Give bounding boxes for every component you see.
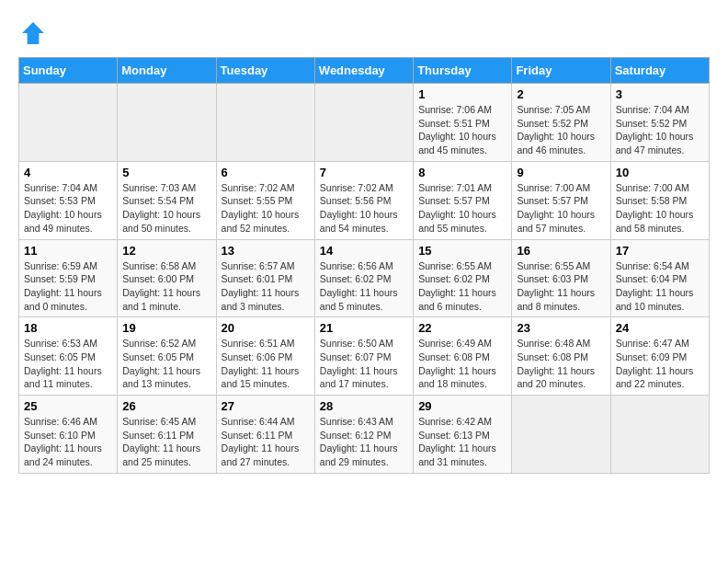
calendar-cell: 3Sunrise: 7:04 AM Sunset: 5:52 PM Daylig… [610, 84, 709, 162]
calendar-cell: 6Sunrise: 7:02 AM Sunset: 5:55 PM Daylig… [216, 161, 314, 239]
day-info: Sunrise: 6:52 AM Sunset: 6:05 PM Dayligh… [122, 337, 210, 391]
day-info: Sunrise: 6:43 AM Sunset: 6:12 PM Dayligh… [320, 415, 408, 469]
day-number: 5 [122, 166, 210, 179]
calendar-cell: 12Sunrise: 6:58 AM Sunset: 6:00 PM Dayli… [118, 239, 216, 317]
day-number: 15 [418, 244, 506, 258]
day-number: 2 [517, 87, 605, 101]
day-info: Sunrise: 6:59 AM Sunset: 5:59 PM Dayligh… [24, 259, 112, 314]
day-info: Sunrise: 7:02 AM Sunset: 5:55 PM Dayligh… [222, 181, 310, 236]
header-sunday: Sunday [19, 58, 118, 84]
header-tuesday: Tuesday [216, 58, 314, 84]
day-info: Sunrise: 7:04 AM Sunset: 5:52 PM Dayligh… [616, 103, 704, 157]
header-monday: Monday [118, 58, 216, 84]
calendar-cell: 18Sunrise: 6:53 AM Sunset: 6:05 PM Dayli… [19, 317, 118, 396]
day-number: 12 [122, 244, 210, 258]
header-thursday: Thursday [414, 58, 512, 84]
calendar-cell: 9Sunrise: 7:00 AM Sunset: 5:57 PM Daylig… [512, 161, 610, 239]
day-number: 4 [24, 166, 112, 179]
day-info: Sunrise: 6:46 AM Sunset: 6:10 PM Dayligh… [24, 415, 112, 469]
calendar-cell: 14Sunrise: 6:56 AM Sunset: 6:02 PM Dayli… [314, 239, 413, 317]
calendar-week-row: 4Sunrise: 7:04 AM Sunset: 5:53 PM Daylig… [19, 161, 710, 239]
day-info: Sunrise: 6:58 AM Sunset: 6:00 PM Dayligh… [122, 259, 210, 314]
day-info: Sunrise: 6:49 AM Sunset: 6:08 PM Dayligh… [418, 337, 506, 391]
calendar-cell: 10Sunrise: 7:00 AM Sunset: 5:58 PM Dayli… [610, 161, 709, 239]
day-info: Sunrise: 6:50 AM Sunset: 6:07 PM Dayligh… [320, 337, 408, 391]
day-number: 3 [616, 87, 704, 101]
day-number: 16 [517, 244, 605, 258]
calendar-cell: 24Sunrise: 6:47 AM Sunset: 6:09 PM Dayli… [610, 317, 709, 396]
day-info: Sunrise: 6:48 AM Sunset: 6:08 PM Dayligh… [517, 337, 605, 391]
day-info: Sunrise: 7:01 AM Sunset: 5:57 PM Dayligh… [418, 181, 506, 236]
day-number: 17 [616, 244, 704, 258]
calendar-cell: 13Sunrise: 6:57 AM Sunset: 6:01 PM Dayli… [216, 239, 314, 317]
day-number: 8 [418, 166, 506, 179]
calendar-cell [19, 84, 118, 162]
day-info: Sunrise: 6:55 AM Sunset: 6:02 PM Dayligh… [418, 259, 506, 314]
calendar-cell: 5Sunrise: 7:03 AM Sunset: 5:54 PM Daylig… [118, 161, 216, 239]
calendar-week-row: 1Sunrise: 7:06 AM Sunset: 5:51 PM Daylig… [19, 84, 710, 162]
calendar-cell: 27Sunrise: 6:44 AM Sunset: 6:11 PM Dayli… [216, 396, 314, 474]
day-info: Sunrise: 6:55 AM Sunset: 6:03 PM Dayligh… [517, 259, 605, 314]
day-info: Sunrise: 6:56 AM Sunset: 6:02 PM Dayligh… [320, 259, 408, 314]
header-friday: Friday [512, 58, 610, 84]
day-number: 6 [222, 166, 310, 179]
day-number: 10 [616, 166, 704, 179]
calendar-cell [512, 396, 610, 474]
day-number: 29 [418, 399, 506, 413]
day-info: Sunrise: 6:42 AM Sunset: 6:13 PM Dayligh… [418, 415, 506, 469]
calendar-cell: 17Sunrise: 6:54 AM Sunset: 6:04 PM Dayli… [610, 239, 709, 317]
day-info: Sunrise: 7:04 AM Sunset: 5:53 PM Dayligh… [24, 181, 112, 236]
calendar-cell: 23Sunrise: 6:48 AM Sunset: 6:08 PM Dayli… [512, 317, 610, 396]
calendar-header-row: SundayMondayTuesdayWednesdayThursdayFrid… [19, 58, 710, 84]
day-info: Sunrise: 6:54 AM Sunset: 6:04 PM Dayligh… [616, 259, 704, 314]
calendar-cell: 1Sunrise: 7:06 AM Sunset: 5:51 PM Daylig… [414, 84, 512, 162]
calendar-cell: 4Sunrise: 7:04 AM Sunset: 5:53 PM Daylig… [19, 161, 118, 239]
logo [18, 18, 53, 48]
calendar-cell: 7Sunrise: 7:02 AM Sunset: 5:56 PM Daylig… [314, 161, 413, 239]
calendar-cell [314, 84, 413, 162]
calendar-table: SundayMondayTuesdayWednesdayThursdayFrid… [18, 57, 710, 474]
calendar-cell: 8Sunrise: 7:01 AM Sunset: 5:57 PM Daylig… [414, 161, 512, 239]
day-number: 13 [222, 244, 310, 258]
header-saturday: Saturday [610, 58, 709, 84]
calendar-cell: 16Sunrise: 6:55 AM Sunset: 6:03 PM Dayli… [512, 239, 610, 317]
day-info: Sunrise: 6:44 AM Sunset: 6:11 PM Dayligh… [222, 415, 310, 469]
day-number: 27 [222, 399, 310, 413]
day-info: Sunrise: 6:57 AM Sunset: 6:01 PM Dayligh… [222, 259, 310, 314]
calendar-cell: 22Sunrise: 6:49 AM Sunset: 6:08 PM Dayli… [414, 317, 512, 396]
day-number: 9 [517, 166, 605, 179]
day-number: 26 [122, 399, 210, 413]
day-number: 22 [418, 321, 506, 335]
day-info: Sunrise: 7:00 AM Sunset: 5:57 PM Dayligh… [517, 181, 605, 236]
day-info: Sunrise: 7:02 AM Sunset: 5:56 PM Dayligh… [320, 181, 408, 236]
day-info: Sunrise: 7:03 AM Sunset: 5:54 PM Dayligh… [122, 181, 210, 236]
day-info: Sunrise: 6:53 AM Sunset: 6:05 PM Dayligh… [24, 337, 112, 391]
day-number: 11 [24, 244, 112, 258]
calendar-week-row: 11Sunrise: 6:59 AM Sunset: 5:59 PM Dayli… [19, 239, 710, 317]
day-info: Sunrise: 6:51 AM Sunset: 6:06 PM Dayligh… [222, 337, 310, 391]
day-info: Sunrise: 6:45 AM Sunset: 6:11 PM Dayligh… [122, 415, 210, 469]
day-number: 24 [616, 321, 704, 335]
calendar-cell [118, 84, 216, 162]
logo-icon [18, 18, 48, 48]
calendar-cell [216, 84, 314, 162]
day-number: 20 [222, 321, 310, 335]
day-number: 21 [320, 321, 408, 335]
calendar-cell: 20Sunrise: 6:51 AM Sunset: 6:06 PM Dayli… [216, 317, 314, 396]
calendar-cell: 29Sunrise: 6:42 AM Sunset: 6:13 PM Dayli… [414, 396, 512, 474]
calendar-cell: 25Sunrise: 6:46 AM Sunset: 6:10 PM Dayli… [19, 396, 118, 474]
day-number: 23 [517, 321, 605, 335]
day-info: Sunrise: 7:05 AM Sunset: 5:52 PM Dayligh… [517, 103, 605, 157]
calendar-cell: 11Sunrise: 6:59 AM Sunset: 5:59 PM Dayli… [19, 239, 118, 317]
day-info: Sunrise: 7:06 AM Sunset: 5:51 PM Dayligh… [418, 103, 506, 157]
calendar-cell: 21Sunrise: 6:50 AM Sunset: 6:07 PM Dayli… [314, 317, 413, 396]
calendar-cell: 2Sunrise: 7:05 AM Sunset: 5:52 PM Daylig… [512, 84, 610, 162]
calendar-cell: 15Sunrise: 6:55 AM Sunset: 6:02 PM Dayli… [414, 239, 512, 317]
header-wednesday: Wednesday [314, 58, 413, 84]
day-number: 19 [122, 321, 210, 335]
calendar-cell: 19Sunrise: 6:52 AM Sunset: 6:05 PM Dayli… [118, 317, 216, 396]
calendar-cell: 26Sunrise: 6:45 AM Sunset: 6:11 PM Dayli… [118, 396, 216, 474]
calendar-cell [610, 396, 709, 474]
day-info: Sunrise: 7:00 AM Sunset: 5:58 PM Dayligh… [616, 181, 704, 236]
calendar-week-row: 18Sunrise: 6:53 AM Sunset: 6:05 PM Dayli… [19, 317, 710, 396]
